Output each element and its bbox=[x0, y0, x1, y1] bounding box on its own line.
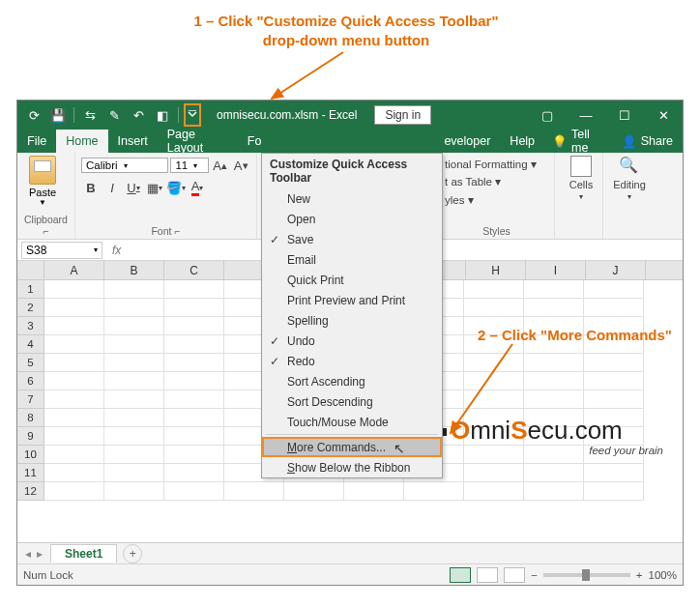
ribbon-display-options-icon[interactable]: ▢ bbox=[528, 101, 567, 129]
menu-item-new[interactable]: New bbox=[262, 188, 442, 209]
select-all-corner[interactable] bbox=[17, 261, 44, 279]
menu-item-print-preview[interactable]: Print Preview and Print bbox=[262, 290, 442, 310]
menu-item-spelling[interactable]: Spelling bbox=[262, 310, 442, 331]
cell[interactable] bbox=[464, 482, 524, 501]
cell[interactable] bbox=[164, 354, 224, 372]
cell[interactable] bbox=[44, 354, 104, 372]
zoom-out-button[interactable]: − bbox=[531, 569, 538, 581]
cell[interactable] bbox=[104, 409, 164, 427]
row-header[interactable]: 9 bbox=[17, 427, 44, 446]
cell[interactable] bbox=[104, 280, 164, 299]
cell[interactable] bbox=[104, 335, 164, 354]
cell[interactable] bbox=[104, 354, 164, 372]
tab-file[interactable]: File bbox=[17, 130, 56, 153]
cell[interactable] bbox=[224, 482, 284, 501]
sign-in-button[interactable]: Sign in bbox=[374, 105, 431, 125]
bold-button[interactable]: B bbox=[81, 178, 101, 197]
paste-button[interactable]: Paste ▼ bbox=[23, 156, 62, 207]
view-page-layout-button[interactable] bbox=[477, 567, 498, 583]
cell[interactable] bbox=[524, 482, 584, 501]
maximize-button[interactable]: ☐ bbox=[605, 101, 644, 129]
font-size-combo[interactable]: 11▾ bbox=[170, 158, 208, 173]
column-header[interactable]: A bbox=[44, 261, 104, 279]
zoom-slider[interactable] bbox=[543, 573, 630, 577]
cells-button[interactable]: Cells ▾ bbox=[561, 156, 601, 201]
cell[interactable] bbox=[104, 390, 164, 409]
tab-insert[interactable]: Insert bbox=[108, 130, 158, 153]
save-icon[interactable]: 💾 bbox=[47, 104, 69, 126]
row-header[interactable]: 11 bbox=[17, 464, 44, 482]
menu-item-save[interactable]: Save bbox=[262, 229, 442, 249]
qat-icon-2[interactable]: ✎ bbox=[103, 104, 125, 126]
cell[interactable] bbox=[44, 317, 104, 335]
row-header[interactable]: 8 bbox=[17, 409, 44, 427]
sheet-nav[interactable]: ◂▸ bbox=[17, 547, 50, 561]
tab-developer-partial[interactable]: eveloper bbox=[434, 130, 500, 153]
cell[interactable] bbox=[44, 446, 104, 464]
row-header[interactable]: 7 bbox=[17, 390, 44, 409]
sheet-tab-sheet1[interactable]: Sheet1 bbox=[50, 544, 117, 563]
cell[interactable] bbox=[104, 482, 164, 501]
cell[interactable] bbox=[164, 409, 224, 427]
row-header[interactable]: 2 bbox=[17, 299, 44, 317]
customize-qat-dropdown-button[interactable] bbox=[184, 103, 201, 127]
column-header[interactable]: B bbox=[104, 261, 164, 279]
cell[interactable] bbox=[44, 482, 104, 501]
tab-formulas-partial[interactable]: Fo bbox=[238, 130, 272, 153]
cell[interactable] bbox=[44, 280, 104, 299]
fill-color-button[interactable]: 🪣▾ bbox=[166, 178, 186, 197]
cell[interactable] bbox=[524, 354, 584, 372]
cell[interactable] bbox=[164, 317, 224, 335]
cell[interactable] bbox=[584, 354, 644, 372]
minimize-button[interactable]: — bbox=[567, 101, 605, 129]
tab-help[interactable]: Help bbox=[500, 130, 544, 153]
cell[interactable] bbox=[164, 335, 224, 354]
row-header[interactable]: 4 bbox=[17, 335, 44, 354]
cell[interactable] bbox=[164, 390, 224, 409]
column-header[interactable]: C bbox=[164, 261, 224, 279]
cell[interactable] bbox=[464, 354, 524, 372]
cell[interactable] bbox=[104, 299, 164, 317]
cell[interactable] bbox=[464, 280, 524, 299]
cell[interactable] bbox=[524, 299, 584, 317]
row-header[interactable]: 12 bbox=[17, 482, 44, 501]
format-as-table-partial[interactable]: t as Table ▾ bbox=[445, 173, 548, 190]
menu-item-sort-descending[interactable]: Sort Descending bbox=[262, 391, 442, 412]
menu-item-show-below-ribbon[interactable]: Show Below the Ribbon bbox=[262, 457, 442, 477]
zoom-level[interactable]: 100% bbox=[649, 569, 677, 581]
cell[interactable] bbox=[44, 409, 104, 427]
cell[interactable] bbox=[44, 335, 104, 354]
cell[interactable] bbox=[284, 482, 344, 501]
menu-item-open[interactable]: Open bbox=[262, 209, 442, 229]
zoom-in-button[interactable]: + bbox=[636, 569, 643, 581]
cell-styles-partial[interactable]: yles ▾ bbox=[445, 191, 548, 209]
close-button[interactable]: ✕ bbox=[644, 101, 683, 129]
menu-item-touch-mouse[interactable]: Touch/Mouse Mode bbox=[262, 412, 442, 432]
italic-button[interactable]: I bbox=[102, 178, 122, 197]
qat-icon-4[interactable]: ◧ bbox=[152, 104, 173, 126]
cell[interactable] bbox=[464, 372, 524, 390]
row-header[interactable]: 10 bbox=[17, 446, 44, 464]
menu-item-quick-print[interactable]: Quick Print bbox=[262, 270, 442, 290]
cell[interactable] bbox=[44, 427, 104, 446]
cell[interactable] bbox=[44, 464, 104, 482]
cell[interactable] bbox=[164, 372, 224, 390]
share-button[interactable]: 👤 Share bbox=[612, 130, 683, 153]
cell[interactable] bbox=[464, 299, 524, 317]
cell[interactable] bbox=[164, 482, 224, 501]
border-button[interactable]: ▦▾ bbox=[145, 178, 164, 197]
autosave-icon[interactable]: ⟳ bbox=[23, 104, 44, 126]
add-sheet-button[interactable]: + bbox=[123, 544, 142, 563]
cell[interactable] bbox=[404, 482, 464, 501]
tab-home[interactable]: Home bbox=[56, 130, 107, 153]
cell[interactable] bbox=[164, 427, 224, 446]
name-box[interactable]: S38 ▾ bbox=[21, 242, 102, 259]
font-name-combo[interactable]: Calibri▾ bbox=[81, 158, 168, 173]
cell[interactable] bbox=[164, 464, 224, 482]
cell[interactable] bbox=[524, 280, 584, 299]
cell[interactable] bbox=[584, 299, 644, 317]
column-header[interactable]: I bbox=[526, 261, 586, 279]
cell[interactable] bbox=[44, 390, 104, 409]
qat-icon-3[interactable]: ↶ bbox=[128, 104, 149, 126]
fx-icon[interactable]: fx bbox=[106, 244, 127, 257]
